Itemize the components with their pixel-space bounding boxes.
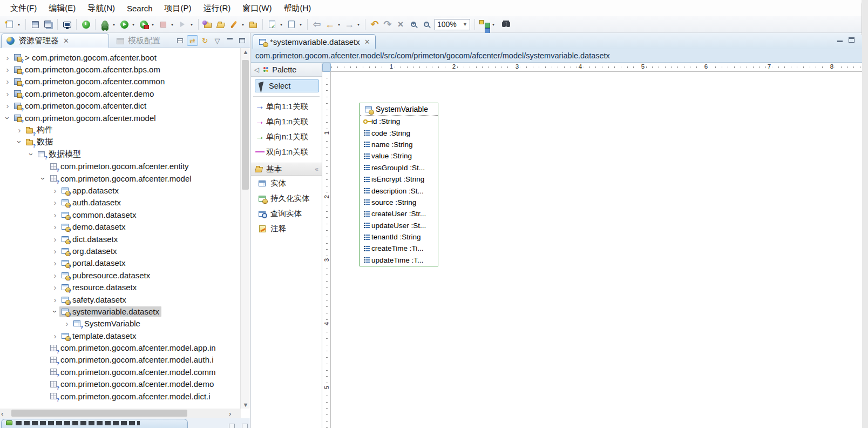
layout-dropdown[interactable]: ▾ <box>491 18 496 31</box>
tree-row[interactable]: com.primeton.gocom.afcenter.model <box>0 112 241 124</box>
forward-button[interactable]: → <box>343 18 355 31</box>
maximize-icon[interactable] <box>242 424 248 428</box>
coverage-button[interactable] <box>138 18 150 31</box>
chevron-icon[interactable] <box>27 150 36 159</box>
tree-row[interactable]: com.primeton.gocom.afcenter.model.comm <box>0 366 241 378</box>
scrollbar-thumb[interactable] <box>11 410 187 417</box>
undo-button[interactable]: ↶ <box>369 18 381 31</box>
entity-field[interactable]: value :String <box>360 150 438 162</box>
entity-field[interactable]: name :String <box>360 139 438 150</box>
menu-item[interactable]: Search <box>121 2 159 15</box>
new-wizard-dropdown[interactable]: ▾ <box>16 18 22 31</box>
chevron-icon[interactable] <box>3 77 12 86</box>
chevron-icon[interactable] <box>63 319 71 328</box>
tree-row[interactable]: demo.datasetx <box>0 220 241 232</box>
maximize-view-button[interactable] <box>236 35 248 46</box>
close-icon[interactable]: ✕ <box>364 38 370 46</box>
entity-header[interactable]: SystemVariable <box>360 103 438 116</box>
tree-row[interactable]: > com.primeton.gocom.afcenter.boot <box>0 51 241 63</box>
save-button[interactable] <box>29 18 41 31</box>
refresh-button[interactable]: ↻ <box>199 35 211 46</box>
minimize-view-button[interactable] <box>224 35 235 46</box>
menu-item[interactable]: 窗口(W) <box>236 1 277 16</box>
tree-row[interactable]: com.primeton.gocom.afcenter.model.dict.i <box>0 390 241 402</box>
chevron-icon[interactable] <box>51 295 59 304</box>
palette-tool[interactable]: 持久化实体 <box>251 191 322 206</box>
menu-item[interactable]: 文件(F) <box>4 1 43 16</box>
layout-button[interactable] <box>478 18 490 31</box>
stop-button[interactable] <box>157 18 169 31</box>
chevron-icon[interactable] <box>51 271 59 280</box>
chevron-icon[interactable] <box>51 258 59 268</box>
debug-dropdown[interactable]: ▾ <box>111 18 117 31</box>
console-button[interactable] <box>61 18 73 31</box>
tree-row[interactable]: pubresource.datasetx <box>0 269 241 281</box>
zoom-in-button[interactable]: + <box>408 18 419 31</box>
palette-relation-tool[interactable]: → 单向1:1关联 <box>251 99 322 114</box>
stop-dropdown[interactable]: ▾ <box>169 18 175 31</box>
chevron-icon[interactable] <box>51 210 59 219</box>
tree-row[interactable]: com.primeton.gocom.afcenter.model.demo <box>0 378 241 390</box>
entity-systemvariable[interactable]: SystemVariable id :String code :String <box>360 103 438 266</box>
link-with-editor-button[interactable]: ⇄ <box>187 35 198 46</box>
tree-row[interactable]: template.datasetx <box>0 330 241 342</box>
palette-collapse-icon[interactable]: ◁ <box>254 66 259 73</box>
open-type-button[interactable] <box>202 18 214 31</box>
boot-dashboard-button[interactable] <box>80 18 92 31</box>
tree-row[interactable]: common.datasetx <box>0 209 241 220</box>
chevron-icon[interactable] <box>3 53 12 62</box>
back-button[interactable]: ← <box>324 18 336 31</box>
tree-row[interactable]: com.primeton.gocom.afcenter.bps.om <box>0 63 241 75</box>
delete-button[interactable]: × <box>395 18 406 31</box>
palette-tool[interactable]: 查询实体 <box>251 206 322 221</box>
tree-row[interactable]: com.primeton.gocom.afcenter.demo <box>0 88 241 99</box>
tree-row[interactable]: com.primeton.gocom.afcenter.model.auth.i <box>0 354 241 366</box>
tree-row[interactable]: app.datasetx <box>0 184 241 196</box>
palette-tool[interactable]: 注释 <box>251 221 322 236</box>
task-list-button[interactable] <box>266 18 278 31</box>
scroll-left-icon[interactable]: ‹ <box>1 410 3 418</box>
chevron-icon[interactable] <box>3 65 12 74</box>
chevron-icon[interactable] <box>51 283 59 292</box>
entity-field[interactable]: updateTime :T... <box>360 255 438 266</box>
entity-field[interactable]: resGroupId :St... <box>360 162 438 173</box>
group-pin-icon[interactable]: « <box>315 165 318 173</box>
back-disabled-button[interactable]: ⇦ <box>311 18 323 31</box>
entity-field[interactable]: id :String <box>360 116 438 127</box>
entity-field[interactable]: createTime :Ti... <box>360 243 438 254</box>
chevron-icon[interactable] <box>15 125 24 135</box>
entity-field[interactable]: updateUser :St... <box>360 220 438 231</box>
close-icon[interactable]: ✕ <box>63 37 69 45</box>
chevron-icon[interactable] <box>51 186 59 195</box>
chevron-icon[interactable] <box>51 246 59 256</box>
palette-tool[interactable]: 实体 <box>251 176 322 191</box>
tree-row[interactable]: com.primeton.gocom.afcenter.model.app.in <box>0 342 241 353</box>
palette-relation-tool[interactable]: → 单向n:1关联 <box>251 129 322 144</box>
new-wizard-button[interactable] <box>4 18 16 31</box>
tree-vertical-scrollbar[interactable]: ▲ ▼ <box>240 48 250 409</box>
minimize-icon[interactable] <box>837 41 843 42</box>
menu-item[interactable]: 编辑(E) <box>43 1 82 16</box>
import-folder-button[interactable] <box>247 18 259 31</box>
tree-row[interactable]: 构件 <box>0 124 241 136</box>
run-button[interactable] <box>118 18 130 31</box>
palette-select-tool[interactable]: Select <box>255 79 319 92</box>
tree-row[interactable]: dict.datasetx <box>0 233 241 245</box>
tree-row[interactable]: com.primeton.gocom.afcenter.model <box>0 172 241 184</box>
collapse-all-button[interactable] <box>174 35 186 46</box>
debug-button[interactable] <box>99 18 111 31</box>
chevron-icon[interactable] <box>51 331 59 340</box>
menu-item[interactable]: 帮助(H) <box>278 1 317 16</box>
maximize-icon[interactable] <box>849 37 855 43</box>
entity-field[interactable]: source :String <box>360 197 438 208</box>
chevron-icon[interactable] <box>3 89 12 98</box>
chevron-icon[interactable] <box>3 113 12 123</box>
palette-relation-tool[interactable]: → 单向1:n关联 <box>251 114 322 129</box>
forward-dropdown[interactable]: ▾ <box>356 18 361 31</box>
run-dropdown[interactable]: ▾ <box>131 18 136 31</box>
chevron-icon[interactable] <box>51 198 59 207</box>
tree-row[interactable]: com.primeton.gocom.afcenter.dict <box>0 100 241 112</box>
back-dropdown[interactable]: ▾ <box>336 18 342 31</box>
open-resource-button[interactable] <box>215 18 227 31</box>
scrollbar-thumb[interactable] <box>242 60 249 190</box>
